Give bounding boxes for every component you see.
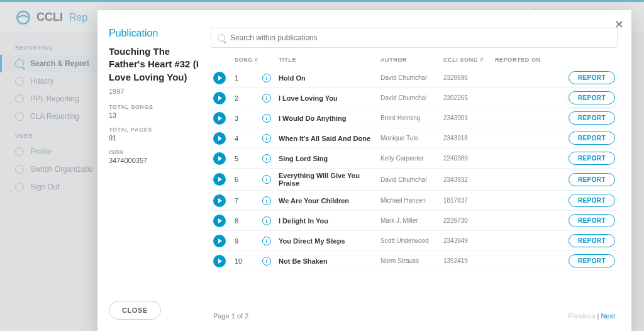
song-number: 5 [235, 155, 262, 162]
song-row: 2iI Love Loving YouDavid Chumchal2302265… [211, 88, 618, 108]
report-button[interactable]: REPORT [569, 91, 615, 104]
pager: Page 1 of 2 Previous | Next [211, 306, 618, 322]
song-number: 10 [235, 257, 262, 265]
info-icon[interactable]: i [262, 154, 271, 163]
info-icon[interactable]: i [262, 257, 271, 266]
report-button[interactable]: REPORT [569, 214, 615, 227]
report-button[interactable]: REPORT [569, 173, 615, 186]
report-button[interactable]: REPORT [569, 71, 615, 84]
song-ccli: 2328696 [443, 74, 495, 81]
info-icon[interactable]: i [262, 134, 271, 143]
song-row: 3iI Would Do AnythingBrent Helming234390… [211, 108, 618, 128]
info-icon[interactable]: i [262, 196, 271, 205]
sidebar-item-label: PPL Reporting [30, 94, 79, 103]
report-button[interactable]: REPORT [569, 254, 615, 267]
total-pages-label: TOTAL PAGES [109, 126, 201, 133]
total-pages-value: 91 [109, 134, 201, 142]
ccli-logo-icon [15, 9, 31, 26]
modal-search[interactable] [211, 28, 618, 48]
song-ccli: 2343918 [443, 135, 495, 142]
col-reported: REPORTED ON [495, 57, 548, 63]
song-row: 10iNot Be ShakenNorm Strauss1352419REPOR… [211, 251, 618, 271]
song-title: Sing Lord Sing [279, 155, 380, 162]
song-ccli: 2343901 [443, 115, 495, 121]
close-icon[interactable]: ✕ [614, 18, 624, 31]
song-ccli: 1352419 [443, 257, 495, 264]
song-table-header: SONG # TITLE AUTHOR CCLI SONG # REPORTED… [211, 57, 618, 68]
close-button[interactable]: CLOSE [109, 301, 161, 320]
pager-text: Page 1 of 2 [213, 312, 248, 320]
info-icon[interactable]: i [262, 114, 271, 123]
report-button[interactable]: REPORT [569, 132, 615, 145]
profile-icon [15, 147, 24, 156]
song-ccli: 2343932 [443, 176, 495, 183]
col-song-num: SONG # [235, 57, 262, 63]
brand-product: Rep [69, 12, 87, 23]
col-ccli: CCLI SONG # [443, 57, 495, 63]
play-icon[interactable] [213, 72, 226, 84]
isbn-value: 3474000357 [109, 157, 201, 164]
modal-year: 1997 [109, 87, 201, 95]
info-icon[interactable]: i [262, 216, 271, 225]
info-icon[interactable]: i [262, 74, 271, 82]
cla-icon [15, 112, 24, 121]
brand-name: CCLI [36, 11, 63, 24]
song-number: 6 [235, 176, 262, 183]
play-icon[interactable] [213, 255, 226, 267]
signout-icon [15, 182, 24, 191]
song-author: Monique Tute [380, 135, 443, 142]
info-icon[interactable]: i [262, 94, 271, 103]
play-icon[interactable] [213, 152, 226, 165]
info-icon[interactable]: i [262, 237, 271, 245]
song-author: Brent Helming [380, 115, 443, 121]
total-songs-label: TOTAL SONGS [109, 104, 201, 110]
modal-title: Touching The Father's Heart #32 (I Love … [109, 45, 201, 84]
song-ccli: 2240389 [443, 155, 495, 162]
song-ccli: 2239730 [443, 217, 495, 224]
play-icon[interactable] [213, 235, 226, 247]
song-author: David Chumchal [380, 176, 443, 183]
song-title: Hold On [279, 74, 380, 82]
song-row: 4iWhen It's All Said And DoneMonique Tut… [211, 128, 618, 149]
song-number: 2 [235, 94, 262, 102]
song-number: 7 [235, 197, 262, 205]
play-icon[interactable] [213, 132, 226, 145]
history-icon [15, 77, 24, 86]
song-title: We Are Your Children [279, 197, 380, 205]
search-icon [15, 59, 24, 68]
info-icon[interactable]: i [262, 175, 271, 184]
play-icon[interactable] [213, 173, 226, 186]
song-title: Not Be Shaken [279, 257, 380, 265]
song-title: You Direct My Steps [279, 237, 380, 245]
song-ccli: 1817837 [443, 197, 495, 204]
song-ccli: 2343949 [443, 237, 495, 244]
pager-prev[interactable]: Previous [569, 312, 596, 320]
report-button[interactable]: REPORT [569, 234, 615, 247]
col-author: AUTHOR [380, 57, 443, 63]
song-number: 3 [235, 115, 262, 122]
total-songs-value: 13 [109, 111, 201, 119]
publication-modal: Publication Touching The Father's Heart … [97, 10, 631, 331]
modal-body: ✕ SONG # TITLE AUTHOR CCLI SONG # REPORT… [211, 10, 631, 331]
sidebar-item-label: Profile [30, 147, 52, 156]
song-title: I Delight In You [279, 217, 380, 225]
song-row: 8iI Delight In YouMark J. Miller2239730R… [211, 211, 618, 231]
play-icon[interactable] [213, 112, 226, 125]
song-row: 7iWe Are Your ChildrenMichael Hansen1817… [211, 191, 618, 211]
sidebar-item-label: Search & Report [30, 59, 89, 68]
song-author: David Chumchal [380, 74, 443, 81]
brand-logo[interactable]: CCLI Rep [15, 9, 87, 26]
play-icon[interactable] [213, 92, 226, 104]
report-button[interactable]: REPORT [569, 194, 615, 207]
report-button[interactable]: REPORT [569, 111, 615, 125]
pager-next[interactable]: Next [601, 312, 615, 320]
search-input[interactable] [230, 33, 611, 42]
song-title: I Love Loving You [279, 94, 380, 102]
play-icon[interactable] [213, 194, 226, 207]
play-icon[interactable] [213, 215, 226, 227]
song-title: Everything Will Give You Praise [279, 172, 380, 187]
isbn-label: ISBN [109, 149, 201, 155]
modal-sidebar: Publication Touching The Father's Heart … [97, 10, 211, 331]
report-button[interactable]: REPORT [569, 152, 615, 165]
song-row: 6iEverything Will Give You PraiseDavid C… [211, 169, 618, 191]
